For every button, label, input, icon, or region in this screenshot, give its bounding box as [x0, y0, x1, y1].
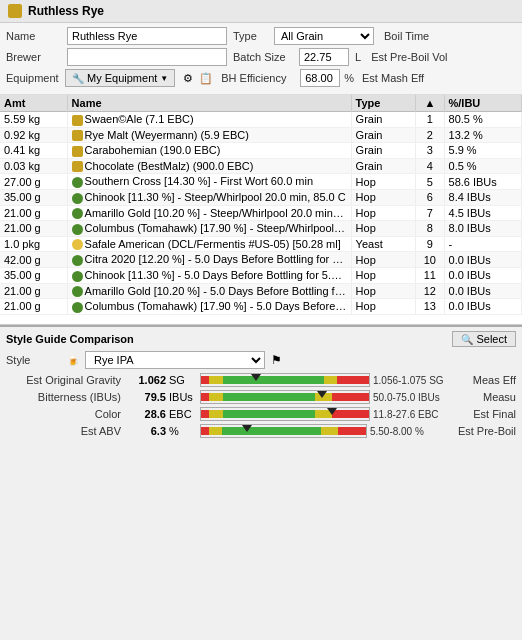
- name-input[interactable]: [67, 27, 227, 45]
- cell-name: Rye Malt (Weyermann) (5.9 EBC): [67, 127, 351, 143]
- batch-size-input[interactable]: [299, 48, 349, 66]
- type-select[interactable]: All Grain Extract Partial Mash BIAB: [274, 27, 374, 45]
- ingredient-icon: [72, 224, 83, 235]
- table-row[interactable]: 21.00 g Amarillo Gold [10.20 %] - 5.0 Da…: [0, 283, 522, 299]
- est-pre-boil-label: Est Pre-Boil Vol: [371, 51, 447, 63]
- cell-num: 3: [416, 143, 444, 159]
- cell-num: 9: [416, 236, 444, 252]
- recipe-icon: [8, 4, 22, 18]
- gauge-marker: [251, 374, 261, 381]
- gauge-bar: [200, 390, 370, 404]
- ingredient-icon: [72, 302, 83, 313]
- gauge-marker: [317, 391, 327, 398]
- col-header-ibu[interactable]: %/IBU: [444, 95, 521, 112]
- gauge-bar: [200, 424, 367, 438]
- metric-right-label: Est Final: [461, 408, 516, 420]
- metric-label: Bitterness (IBUs): [6, 391, 121, 403]
- bh-efficiency-label: BH Efficiency: [221, 72, 296, 84]
- cell-num: 11: [416, 267, 444, 283]
- brewer-input[interactable]: [67, 48, 227, 66]
- cell-ibu: 0.0 IBUs: [444, 267, 521, 283]
- cell-type: Hop: [351, 174, 416, 190]
- title-bar: Ruthless Rye: [0, 0, 522, 23]
- chevron-down-icon: ▼: [160, 74, 168, 83]
- cell-type: Grain: [351, 143, 416, 159]
- style-name-select[interactable]: Rye IPA: [85, 351, 265, 369]
- metric-right-label: Measu: [461, 391, 516, 403]
- ingredient-icon: [72, 177, 83, 188]
- style-flag-icon: ⚑: [271, 353, 282, 367]
- equipment-name: My Equipment: [87, 72, 157, 84]
- gauge-marker: [242, 425, 252, 432]
- ingredient-icon: [72, 255, 83, 266]
- equip-action-icon[interactable]: ⚙: [183, 72, 193, 85]
- bh-efficiency-unit: %: [344, 72, 354, 84]
- cell-amt: 21.00 g: [0, 299, 67, 315]
- cell-type: Hop: [351, 283, 416, 299]
- metric-value: 6.3: [124, 425, 166, 437]
- ingredient-icon: [72, 193, 83, 204]
- ingredients-table-container: Amt Name Type ▲ %/IBU 5.59 kg Swaen©Ale …: [0, 95, 522, 325]
- table-row[interactable]: 0.03 kg Chocolate (BestMalz) (900.0 EBC)…: [0, 158, 522, 174]
- table-row[interactable]: 42.00 g Citra 2020 [12.20 %] - 5.0 Days …: [0, 252, 522, 268]
- batch-size-unit: L: [355, 51, 361, 63]
- boil-time-label: Boil Time: [384, 30, 429, 42]
- batch-size-label: Batch Size: [233, 51, 293, 63]
- table-row[interactable]: 21.00 g Columbus (Tomahawk) [17.90 %] - …: [0, 299, 522, 315]
- cell-amt: 35.00 g: [0, 267, 67, 283]
- ingredient-icon: [72, 161, 83, 172]
- cell-num: 10: [416, 252, 444, 268]
- table-row[interactable]: 0.92 kg Rye Malt (Weyermann) (5.9 EBC) G…: [0, 127, 522, 143]
- equipment-button[interactable]: 🔧 My Equipment ▼: [65, 69, 175, 87]
- table-row[interactable]: 1.0 pkg Safale American (DCL/Fermentis #…: [0, 236, 522, 252]
- metric-range: 50.0-75.0 IBUs: [373, 392, 458, 403]
- cell-num: 2: [416, 127, 444, 143]
- ingredients-table: Amt Name Type ▲ %/IBU 5.59 kg Swaen©Ale …: [0, 95, 522, 315]
- table-row[interactable]: 27.00 g Southern Cross [14.30 %] - First…: [0, 174, 522, 190]
- style-select-row: Style 🍺 Rye IPA ⚑: [6, 351, 516, 369]
- style-metric-row: Est Original Gravity 1.062 SG 1.056-1.07…: [6, 373, 516, 387]
- cell-amt: 21.00 g: [0, 283, 67, 299]
- cell-ibu: 8.0 IBUs: [444, 221, 521, 237]
- cell-amt: 0.92 kg: [0, 127, 67, 143]
- ingredient-icon: [72, 286, 83, 297]
- table-row[interactable]: 21.00 g Amarillo Gold [10.20 %] - Steep/…: [0, 205, 522, 221]
- cell-amt: 35.00 g: [0, 189, 67, 205]
- cell-amt: 27.00 g: [0, 174, 67, 190]
- cell-type: Yeast: [351, 236, 416, 252]
- col-header-num[interactable]: ▲: [416, 95, 444, 112]
- bh-efficiency-input[interactable]: [300, 69, 340, 87]
- ingredient-icon: [72, 208, 83, 219]
- name-row: Name Type All Grain Extract Partial Mash…: [6, 27, 516, 45]
- cell-type: Hop: [351, 299, 416, 315]
- cell-ibu: 0.5 %: [444, 158, 521, 174]
- gauge-bar: [200, 407, 370, 421]
- equip-copy-icon[interactable]: 📋: [199, 72, 213, 85]
- table-header-row: Amt Name Type ▲ %/IBU: [0, 95, 522, 112]
- col-header-amt[interactable]: Amt: [0, 95, 67, 112]
- cell-type: Grain: [351, 112, 416, 128]
- recipe-title: Ruthless Rye: [28, 4, 104, 18]
- cell-amt: 0.03 kg: [0, 158, 67, 174]
- metric-value: 79.5: [124, 391, 166, 403]
- style-comparison-section: Style Guide Comparison 🔍 Select Style 🍺 …: [0, 325, 522, 445]
- col-header-type[interactable]: Type: [351, 95, 416, 112]
- table-row[interactable]: 5.59 kg Swaen©Ale (7.1 EBC) Grain 1 80.5…: [0, 112, 522, 128]
- select-button[interactable]: 🔍 Select: [452, 331, 516, 347]
- col-header-name[interactable]: Name: [67, 95, 351, 112]
- cell-ibu: 8.4 IBUs: [444, 189, 521, 205]
- sort-arrow-icon: ▲: [424, 97, 435, 109]
- style-comparison-title: Style Guide Comparison: [6, 333, 134, 345]
- cell-name: Amarillo Gold [10.20 %] - Steep/Whirlpoo…: [67, 205, 351, 221]
- cell-name: Swaen©Ale (7.1 EBC): [67, 112, 351, 128]
- table-row[interactable]: 35.00 g Chinook [11.30 %] - 5.0 Days Bef…: [0, 267, 522, 283]
- table-row[interactable]: 21.00 g Columbus (Tomahawk) [17.90 %] - …: [0, 221, 522, 237]
- cell-ibu: 13.2 %: [444, 127, 521, 143]
- cell-name: Columbus (Tomahawk) [17.90 %] - Steep/Wh…: [67, 221, 351, 237]
- brewer-label: Brewer: [6, 51, 61, 63]
- metric-right-label: Est Pre-Boil: [458, 425, 516, 437]
- table-row[interactable]: 35.00 g Chinook [11.30 %] - Steep/Whirlp…: [0, 189, 522, 205]
- cell-amt: 1.0 pkg: [0, 236, 67, 252]
- table-row[interactable]: 0.41 kg Carabohemian (190.0 EBC) Grain 3…: [0, 143, 522, 159]
- cell-type: Hop: [351, 221, 416, 237]
